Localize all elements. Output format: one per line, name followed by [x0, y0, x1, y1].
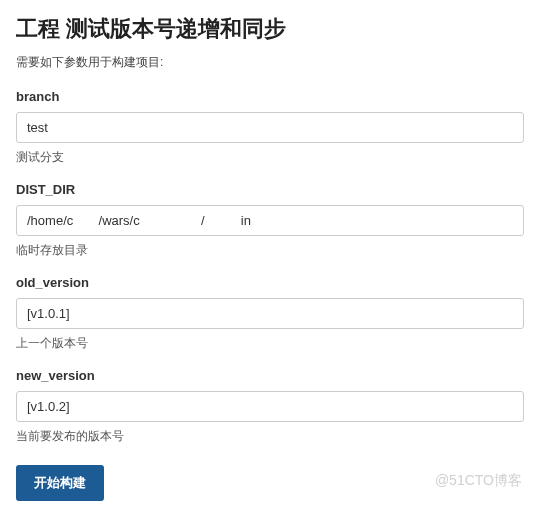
param-new-version-help: 当前要发布的版本号 — [16, 428, 524, 445]
param-branch-label: branch — [16, 89, 524, 104]
page-title: 工程 测试版本号递增和同步 — [16, 14, 524, 44]
param-old-version: old_version 上一个版本号 — [16, 275, 524, 352]
param-new-version-label: new_version — [16, 368, 524, 383]
param-old-version-label: old_version — [16, 275, 524, 290]
new-version-input[interactable] — [16, 391, 524, 422]
param-new-version: new_version 当前要发布的版本号 — [16, 368, 524, 445]
branch-input[interactable] — [16, 112, 524, 143]
build-button[interactable]: 开始构建 — [16, 465, 104, 501]
watermark-text: @51CTO博客 — [435, 472, 522, 490]
old-version-input[interactable] — [16, 298, 524, 329]
param-dist-dir-label: DIST_DIR — [16, 182, 524, 197]
param-dist-dir-help: 临时存放目录 — [16, 242, 524, 259]
param-branch-help: 测试分支 — [16, 149, 524, 166]
dist-dir-input[interactable] — [16, 205, 524, 236]
param-dist-dir: DIST_DIR 临时存放目录 — [16, 182, 524, 259]
page-description: 需要如下参数用于构建项目: — [16, 54, 524, 71]
param-branch: branch 测试分支 — [16, 89, 524, 166]
param-old-version-help: 上一个版本号 — [16, 335, 524, 352]
